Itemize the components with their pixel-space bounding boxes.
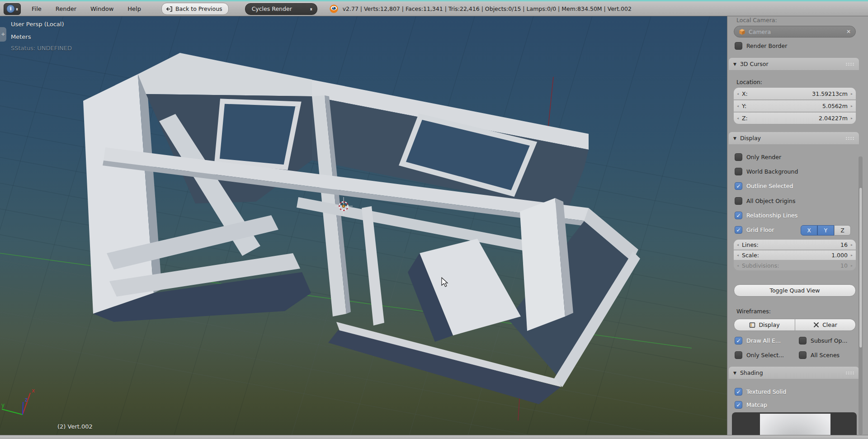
checkbox-subsurf-optimal[interactable]: ✓ Subsurf Op... (799, 337, 847, 345)
local-camera-label: Local Camera: (736, 17, 777, 24)
checkbox-box: ✓ (735, 226, 742, 234)
panel-grip-icon[interactable] (845, 137, 854, 140)
checkbox-draw-all-edges[interactable]: ✓ Draw All E... (735, 337, 781, 345)
stepper-right-icon[interactable]: ▸ (851, 243, 853, 247)
checkbox-box: ✓ (735, 212, 742, 219)
checkbox-matcap[interactable]: ✓ Matcap (735, 401, 767, 409)
wireframe-clear-button[interactable]: Clear (795, 319, 856, 331)
checkbox-render-border[interactable]: ✓ Render Border (735, 42, 787, 50)
toggle-quad-view-button[interactable]: Toggle Quad View (734, 284, 856, 297)
gizmo-x-label: x (32, 387, 35, 394)
local-camera-value: Camera (749, 28, 846, 35)
render-engine-value: Cycles Render (252, 5, 310, 12)
wireframes-label: Wireframes: (736, 308, 771, 315)
unit-system-label: Meters (11, 33, 31, 40)
scrollbar-thumb[interactable] (859, 187, 863, 348)
grid-scale-field[interactable]: ◂ Scale: 1.000 ▸ (734, 250, 856, 260)
checkbox-relationship-lines[interactable]: ✓ Relationship Lines (735, 212, 797, 219)
grid-lines-field[interactable]: ◂ Lines: 16 ▸ (734, 240, 856, 250)
menu-help[interactable]: Help (127, 5, 141, 12)
properties-panel: Local Camera: Camera ✕ ✓ Render Border ▼… (727, 16, 868, 435)
checkbox-box: ✓ (735, 153, 742, 161)
checkbox-box: ✓ (735, 42, 742, 50)
collapse-triangle-icon: ▼ (733, 371, 736, 375)
stepper-left-icon: ◂ (737, 264, 739, 268)
panel-grip-icon[interactable] (845, 371, 854, 375)
statistics-text: v2.77 | Verts:12,807 | Faces:11,341 | Tr… (343, 5, 632, 12)
menu-file[interactable]: File (32, 5, 42, 12)
matcap-sphere-image (760, 414, 830, 435)
checkbox-textured-solid[interactable]: ✓ Textured Solid (735, 388, 786, 396)
grid-subdivisions-field: ◂ Subdivisions: 10 ▸ (734, 260, 856, 270)
checkbox-only-selected[interactable]: ✓ Only Select... (735, 351, 784, 359)
timeline-header-edge[interactable] (0, 435, 868, 439)
menu-render[interactable]: Render (56, 5, 76, 12)
checkbox-box: ✓ (735, 401, 742, 409)
stepper-left-icon[interactable]: ◂ (737, 253, 739, 257)
info-editor-icon: i (6, 5, 15, 13)
checkbox-world-background[interactable]: ✓ World Background (735, 168, 798, 175)
checkbox-grid-floor[interactable]: ✓ Grid Floor (735, 226, 774, 234)
checkbox-only-render[interactable]: ✓ Only Render (735, 153, 781, 161)
blender-logo-icon (329, 4, 339, 14)
gizmo-y-label: y (1, 402, 5, 408)
cursor-y-field[interactable]: ◂ Y: 5.0562m ▸ (734, 100, 856, 112)
checkbox-box: ✓ (735, 182, 742, 190)
stepper-left-icon[interactable]: ◂ (737, 243, 739, 247)
stepper-right-icon: ▸ (851, 264, 853, 268)
stepper-left-icon[interactable]: ◂ (737, 92, 739, 96)
wireframe-display-button[interactable]: Display (734, 319, 795, 331)
checkbox-all-object-origins[interactable]: ✓ All Object Origins (735, 197, 795, 205)
local-camera-field[interactable]: Camera ✕ (734, 26, 856, 38)
checkbox-box: ✓ (735, 197, 742, 205)
panel-grip-icon[interactable] (845, 62, 854, 66)
collapse-triangle-icon: ▼ (733, 62, 736, 66)
image-icon (749, 322, 755, 328)
sstatus-label: SStatus: UNDEFINED (11, 45, 72, 52)
section-header-shading[interactable]: ▼ Shading (729, 367, 859, 379)
model-mesh (83, 53, 640, 404)
stepper-right-icon[interactable]: ▸ (851, 104, 853, 108)
info-header: i ▲▼ File Render Window Help Back to Pre… (0, 0, 868, 16)
section-header-3d-cursor[interactable]: ▼ 3D Cursor (729, 58, 859, 70)
cursor-x-field[interactable]: ◂ X: 31.59213cm ▸ (734, 88, 856, 99)
stepper-right-icon[interactable]: ▸ (851, 253, 853, 257)
clear-camera-icon[interactable]: ✕ (846, 28, 851, 35)
menu-bar: File Render Window Help (32, 5, 155, 12)
3d-viewport[interactable]: x y z User Persp (Local) Meters SStatus:… (0, 16, 727, 435)
checkbox-all-scenes[interactable]: ✓ All Scenes (799, 351, 840, 359)
camera-data-icon (739, 28, 745, 35)
active-object-label: (2) Vert.002 (57, 423, 93, 430)
blender-window: i ▲▼ File Render Window Help Back to Pre… (0, 0, 868, 439)
menu-window[interactable]: Window (90, 5, 113, 12)
stepper-right-icon[interactable]: ▸ (851, 116, 853, 120)
checkbox-box: ✓ (799, 337, 807, 345)
panel-scrollbar[interactable] (859, 156, 863, 435)
clear-x-icon (813, 322, 819, 328)
render-engine-select[interactable]: Cycles Render ▲▼ (245, 3, 317, 15)
region-expand-tab[interactable]: ✛ (0, 27, 6, 42)
cursor-z-field[interactable]: ◂ Z: 2.04227m ▸ (734, 112, 856, 124)
view-name-label: User Persp (Local) (11, 21, 64, 28)
checkbox-box: ✓ (799, 351, 807, 359)
collapse-triangle-icon: ▼ (733, 136, 736, 141)
checkbox-outline-selected[interactable]: ✓ Outline Selected (735, 182, 793, 190)
toggle-axis-x[interactable]: X (801, 225, 817, 236)
toggle-axis-z[interactable]: Z (834, 225, 851, 236)
grid-axis-toggle-group: X Y Z (801, 225, 851, 236)
editor-type-selector[interactable]: i ▲▼ (4, 3, 21, 15)
location-label: Location: (736, 79, 762, 85)
plus-icon: ✛ (1, 32, 5, 37)
section-header-display[interactable]: ▼ Display (729, 132, 859, 144)
back-to-previous-button[interactable]: Back to Previous (161, 3, 229, 15)
gizmo-z-label: z (25, 397, 28, 403)
toggle-axis-y[interactable]: Y (817, 225, 834, 236)
back-button-label: Back to Previous (175, 5, 222, 12)
matcap-preview[interactable] (732, 412, 857, 435)
stepper-left-icon[interactable]: ◂ (737, 116, 739, 120)
checkbox-box: ✓ (735, 351, 742, 359)
stepper-right-icon[interactable]: ▸ (851, 92, 853, 96)
stepper-left-icon[interactable]: ◂ (737, 104, 739, 108)
checkbox-box: ✓ (735, 388, 742, 396)
checkbox-box: ✓ (735, 168, 742, 175)
